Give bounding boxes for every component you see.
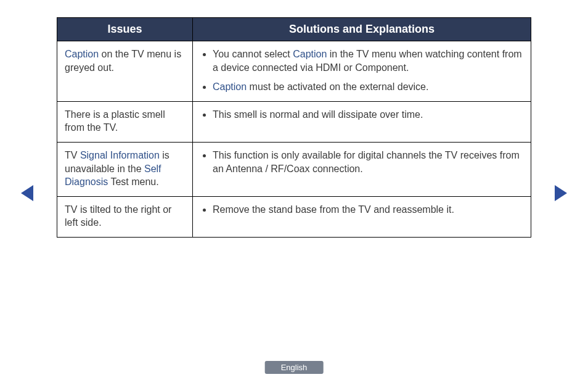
language-badge: English bbox=[265, 361, 324, 374]
troubleshooting-table: Issues Solutions and Explanations Captio… bbox=[57, 17, 531, 238]
solution-list: This smell is normal and will dissipate … bbox=[200, 108, 523, 122]
issue-text: There is a plastic smell from the TV. bbox=[65, 109, 165, 133]
solution-text: Remove the stand base from the TV and re… bbox=[213, 204, 454, 215]
keyword-text: Caption bbox=[213, 81, 247, 92]
keyword-text: Caption bbox=[65, 49, 99, 59]
solution-item: This smell is normal and will dissipate … bbox=[213, 108, 523, 122]
table-header-row: Issues Solutions and Explanations bbox=[57, 18, 531, 41]
table-row: There is a plastic smell from the TV.Thi… bbox=[57, 101, 531, 142]
solution-list: Remove the stand base from the TV and re… bbox=[200, 203, 523, 217]
manual-page: Issues Solutions and Explanations Captio… bbox=[0, 0, 588, 385]
issue-text: TV bbox=[65, 150, 80, 160]
solution-text: You cannot select bbox=[213, 49, 293, 59]
table-row: TV Signal Information is unavailable in … bbox=[57, 142, 531, 196]
solution-item: Caption must be activated on the externa… bbox=[213, 80, 523, 94]
issue-text: Test menu. bbox=[108, 176, 158, 187]
table-row: Caption on the TV menu is greyed out.You… bbox=[57, 41, 531, 102]
issue-cell: There is a plastic smell from the TV. bbox=[57, 101, 193, 142]
keyword-text: Caption bbox=[293, 49, 327, 59]
issue-cell: Caption on the TV menu is greyed out. bbox=[57, 41, 193, 102]
solution-item: Remove the stand base from the TV and re… bbox=[213, 203, 523, 217]
solution-cell: You cannot select Caption in the TV menu… bbox=[193, 41, 531, 102]
solution-text: This smell is normal and will dissipate … bbox=[213, 109, 423, 120]
solution-cell: This smell is normal and will dissipate … bbox=[193, 101, 531, 142]
solution-text: must be activated on the external device… bbox=[247, 81, 428, 92]
issue-cell: TV Signal Information is unavailable in … bbox=[57, 142, 193, 196]
solution-item: You cannot select Caption in the TV menu… bbox=[213, 48, 523, 74]
solution-list: You cannot select Caption in the TV menu… bbox=[200, 48, 523, 94]
table-row: TV is tilted to the right or left side.R… bbox=[57, 196, 531, 237]
next-page-arrow-icon[interactable] bbox=[555, 185, 567, 201]
solution-list: This function is only available for digi… bbox=[200, 149, 523, 175]
troubleshooting-table-wrap: Issues Solutions and Explanations Captio… bbox=[57, 17, 531, 238]
header-solutions: Solutions and Explanations bbox=[193, 18, 531, 41]
prev-page-arrow-icon[interactable] bbox=[21, 185, 33, 201]
issue-cell: TV is tilted to the right or left side. bbox=[57, 196, 193, 237]
issue-text: TV is tilted to the right or left side. bbox=[65, 204, 171, 228]
solution-cell: This function is only available for digi… bbox=[193, 142, 531, 196]
table-body: Caption on the TV menu is greyed out.You… bbox=[57, 41, 531, 238]
solution-item: This function is only available for digi… bbox=[213, 149, 523, 175]
header-issues: Issues bbox=[57, 18, 193, 41]
keyword-text: Signal Information bbox=[80, 150, 160, 160]
solution-text: This function is only available for digi… bbox=[213, 150, 520, 174]
solution-cell: Remove the stand base from the TV and re… bbox=[193, 196, 531, 237]
